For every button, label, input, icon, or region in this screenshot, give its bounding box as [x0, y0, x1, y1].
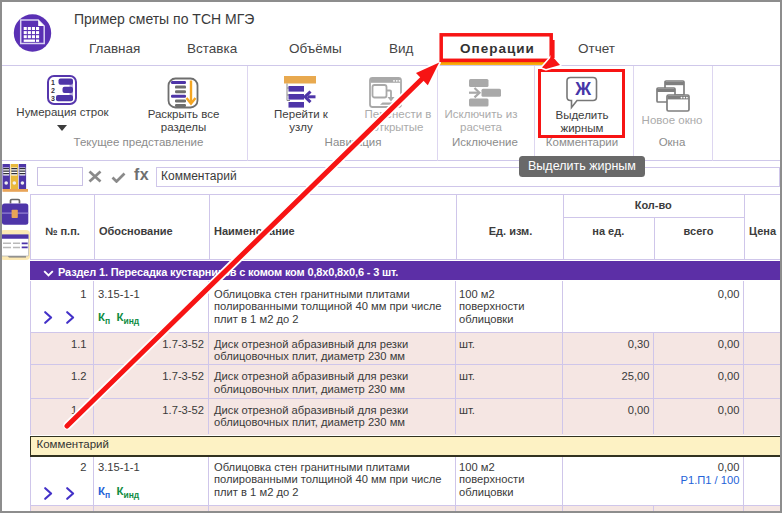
svg-text:1: 1	[51, 79, 55, 86]
svg-text:3: 3	[51, 95, 55, 102]
svg-text:Ж: Ж	[574, 79, 591, 99]
svg-text:2: 2	[51, 87, 55, 94]
